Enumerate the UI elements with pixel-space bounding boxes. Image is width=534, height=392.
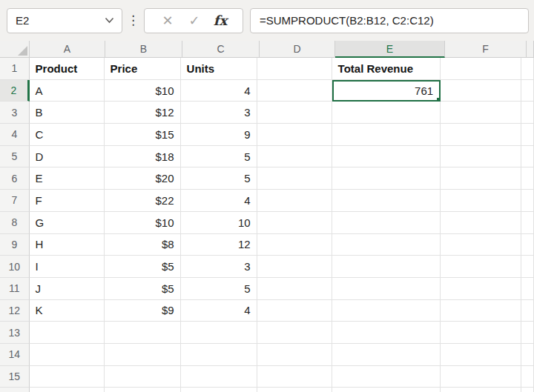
formula-bar-input[interactable]: =SUMPRODUCT(B2:B12, C2:C12) (250, 8, 529, 33)
insert-function-button[interactable]: fx (208, 14, 233, 27)
row-header-11[interactable]: 11 (0, 278, 30, 300)
cell-a5[interactable]: D (30, 146, 105, 168)
cell-c13[interactable] (181, 322, 257, 344)
cell-g5[interactable] (521, 146, 534, 168)
row-header-16[interactable] (0, 388, 30, 392)
cell-f10[interactable] (441, 256, 521, 278)
cell-g11[interactable] (521, 278, 534, 300)
cell-a16[interactable] (30, 388, 105, 392)
column-header-f[interactable]: F (445, 41, 527, 58)
cell-d11[interactable] (257, 278, 332, 300)
cell-e3[interactable] (332, 102, 441, 124)
cell-e1[interactable]: Total Revenue (332, 58, 441, 80)
cell-a3[interactable]: B (30, 102, 105, 124)
cell-e13[interactable] (332, 322, 441, 344)
cell-c16[interactable] (181, 388, 257, 392)
cell-f3[interactable] (441, 102, 521, 124)
cell-a8[interactable]: G (30, 212, 105, 234)
row-header-15[interactable]: 15 (0, 366, 30, 388)
cell-f15[interactable] (441, 366, 521, 388)
cell-d10[interactable] (257, 256, 332, 278)
cell-c5[interactable]: 5 (181, 146, 257, 168)
column-header-a[interactable]: A (30, 41, 105, 58)
cell-c1[interactable]: Units (181, 58, 257, 80)
row-header-8[interactable]: 8 (0, 212, 30, 234)
cell-c10[interactable]: 3 (181, 256, 257, 278)
cell-e8[interactable] (332, 212, 441, 234)
cell-b4[interactable]: $15 (105, 124, 181, 146)
cell-f14[interactable] (441, 344, 521, 366)
cell-a7[interactable]: F (30, 190, 105, 212)
cell-a14[interactable] (30, 344, 105, 366)
cell-g15[interactable] (521, 366, 534, 388)
cell-c6[interactable]: 5 (181, 167, 257, 190)
cell-g12[interactable] (521, 300, 534, 322)
column-header-d[interactable]: D (260, 41, 335, 58)
cell-d9[interactable] (257, 234, 332, 256)
cell-f12[interactable] (441, 300, 521, 322)
row-header-1[interactable]: 1 (0, 58, 30, 80)
cell-f13[interactable] (441, 322, 521, 344)
cell-d5[interactable] (257, 146, 332, 168)
cancel-button[interactable]: ✕ (154, 14, 181, 27)
cell-b11[interactable]: $5 (105, 278, 181, 300)
cell-b3[interactable]: $12 (105, 102, 181, 124)
row-header-2-selected[interactable]: 2 (0, 80, 30, 102)
row-header-14[interactable]: 14 (0, 344, 30, 366)
cell-a15[interactable] (30, 366, 105, 388)
cell-e10[interactable] (332, 256, 441, 278)
row-header-12[interactable]: 12 (0, 300, 30, 322)
row-header-5[interactable]: 5 (0, 146, 30, 168)
cell-f11[interactable] (441, 278, 521, 300)
cell-b8[interactable]: $10 (105, 212, 181, 234)
cell-g14[interactable] (521, 344, 534, 366)
cell-e5[interactable] (332, 146, 441, 168)
cell-a4[interactable]: C (30, 124, 105, 146)
cell-d6[interactable] (257, 167, 332, 190)
cell-e9[interactable] (332, 234, 441, 256)
cell-g1[interactable] (521, 58, 534, 80)
column-header-c[interactable]: C (182, 41, 260, 58)
cell-b12[interactable]: $9 (105, 300, 181, 322)
cell-d1[interactable] (257, 58, 332, 80)
cell-e14[interactable] (332, 344, 441, 366)
cell-e11[interactable] (332, 278, 441, 300)
cell-c4[interactable]: 9 (181, 124, 257, 146)
cell-b15[interactable] (105, 366, 181, 388)
cell-e7[interactable] (332, 190, 441, 212)
cell-f4[interactable] (441, 124, 521, 146)
cell-b1[interactable]: Price (105, 58, 181, 80)
cell-f6[interactable] (441, 167, 521, 190)
cell-b9[interactable]: $8 (105, 234, 181, 256)
cell-f8[interactable] (441, 212, 521, 234)
cell-f5[interactable] (441, 146, 521, 168)
cell-g10[interactable] (521, 256, 534, 278)
cell-e12[interactable] (332, 300, 441, 322)
cell-c12[interactable]: 4 (181, 300, 257, 322)
cell-d13[interactable] (257, 322, 332, 344)
cell-c9[interactable]: 12 (181, 234, 257, 256)
column-header-e-selected[interactable]: E (335, 41, 445, 58)
cell-a2[interactable]: A (30, 80, 105, 102)
cell-b14[interactable] (105, 344, 181, 366)
cell-b6[interactable]: $20 (105, 167, 181, 190)
formula-bar-separator-handle[interactable]: ⋮ (122, 14, 144, 27)
cell-c7[interactable]: 4 (181, 190, 257, 212)
cell-g8[interactable] (521, 212, 534, 234)
cell-b5[interactable]: $18 (105, 146, 181, 168)
cell-b2[interactable]: $10 (105, 80, 181, 102)
cell-c8[interactable]: 10 (181, 212, 257, 234)
cell-c14[interactable] (181, 344, 257, 366)
cell-a12[interactable]: K (30, 300, 105, 322)
cell-d14[interactable] (257, 344, 332, 366)
cell-f9[interactable] (441, 234, 521, 256)
cell-b16[interactable] (105, 388, 181, 392)
cell-g4[interactable] (521, 124, 534, 146)
fill-handle[interactable] (436, 97, 441, 102)
row-header-7[interactable]: 7 (0, 190, 30, 212)
cell-a6[interactable]: E (30, 167, 105, 190)
cell-e16[interactable] (332, 388, 441, 392)
chevron-down-icon[interactable] (105, 17, 114, 24)
cell-b13[interactable] (105, 322, 181, 344)
cell-a11[interactable]: J (30, 278, 105, 300)
